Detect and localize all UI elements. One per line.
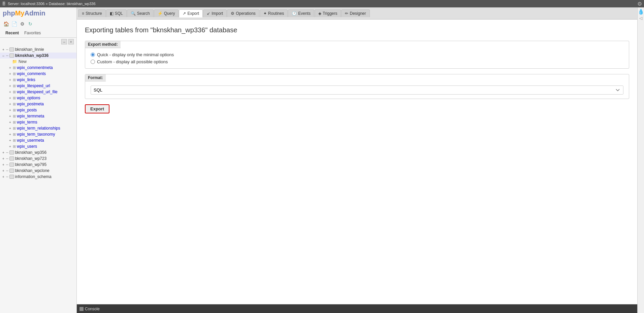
right-panel-drop-icon[interactable]: 💧: [638, 9, 644, 14]
tab-events[interactable]: 🕐 Events: [288, 9, 314, 17]
expand-options-icon[interactable]: +: [8, 96, 12, 100]
db-name-information-schema[interactable]: information_schema: [15, 174, 52, 179]
table-item-postmeta[interactable]: + ⊞ wpix_postmeta: [0, 101, 76, 107]
custom-radio[interactable]: [91, 60, 95, 64]
table-name-commentmeta[interactable]: wpix_commentmeta: [17, 65, 53, 70]
expand-postmeta-icon[interactable]: +: [8, 102, 12, 106]
tab-triggers[interactable]: ◈ Triggers: [315, 9, 341, 17]
table-item-options[interactable]: + ⊞ wpix_options: [0, 95, 76, 101]
table-item-term-relationships[interactable]: + ⊞ wpix_term_relationships: [0, 125, 76, 131]
expand-term-taxonomy-icon[interactable]: +: [8, 132, 12, 136]
expand-linnie-icon[interactable]: +: [1, 47, 5, 51]
db-name-wpclone[interactable]: bknskhan_wpclone: [15, 168, 50, 173]
table-item-term-taxonomy[interactable]: + ⊞ wpix_term_taxonomy: [0, 131, 76, 137]
expand-termmeta-icon[interactable]: +: [8, 114, 12, 118]
table-name-litespeed-url[interactable]: wpix_litespeed_url: [17, 83, 50, 88]
new-label[interactable]: New: [19, 59, 27, 64]
table-name-litespeed-url-file[interactable]: wpix_litespeed_url_file: [17, 90, 58, 94]
tab-query[interactable]: ⚡ Query: [154, 9, 179, 17]
sidebar-tabs: Recent Favorites: [0, 29, 76, 38]
expand-all-btn[interactable]: +: [68, 39, 74, 44]
expand-wp336-icon[interactable]: –: [1, 54, 5, 58]
table-name-posts[interactable]: wpix_posts: [17, 108, 37, 112]
table-item-posts[interactable]: + ⊞ wpix_posts: [0, 107, 76, 113]
doc-icon[interactable]: 📄: [11, 21, 18, 27]
expand-links-icon[interactable]: +: [8, 78, 12, 82]
gear-settings-icon[interactable]: ⚙: [637, 1, 642, 7]
expand-litespeed-url-icon[interactable]: +: [8, 84, 12, 88]
db-item-wp795[interactable]: + – bknskhan_wp795: [0, 162, 76, 168]
db-icon-wp795: –: [6, 162, 8, 167]
home-icon[interactable]: 🏠: [3, 21, 9, 27]
table-item-comments[interactable]: + ⊞ wpix_comments: [0, 71, 76, 77]
tab-import[interactable]: ↙ Import: [203, 9, 227, 17]
table-icon-posts: ⊞: [13, 108, 16, 112]
table-item-users[interactable]: + ⊞ wpix_users: [0, 143, 76, 149]
tab-favorites[interactable]: Favorites: [22, 30, 43, 36]
quick-radio[interactable]: [91, 53, 95, 57]
tab-operations[interactable]: ⚙ Operations: [227, 9, 259, 17]
format-select[interactable]: SQL CSV CSV for MS Excel JSON XML YAML: [91, 85, 623, 95]
table-name-usermeta[interactable]: wpix_usermeta: [17, 138, 44, 143]
db-name-wp723[interactable]: bknskhan_wp723: [15, 156, 46, 161]
export-button[interactable]: Export: [85, 104, 109, 113]
table-name-options[interactable]: wpix_options: [17, 96, 40, 100]
table-name-term-taxonomy[interactable]: wpix_term_taxonomy: [17, 132, 55, 137]
db-name-wp795[interactable]: bknskhan_wp795: [15, 162, 46, 167]
table-name-terms[interactable]: wpix_terms: [17, 120, 37, 125]
tab-search[interactable]: 🔍 Search: [127, 9, 154, 17]
table-name-postmeta[interactable]: wpix_postmeta: [17, 102, 44, 106]
db-name-linnie[interactable]: bknskhan_linnie: [15, 47, 44, 52]
table-item-links[interactable]: + ⊞ wpix_links: [0, 77, 76, 83]
table-name-comments[interactable]: wpix_comments: [17, 71, 46, 76]
expand-usermeta-icon[interactable]: +: [8, 138, 12, 142]
table-name-termmeta[interactable]: wpix_termmeta: [17, 114, 44, 118]
table-name-users[interactable]: wpix_users: [17, 144, 37, 149]
table-name-term-relationships[interactable]: wpix_term_relationships: [17, 126, 60, 131]
quick-option[interactable]: Quick - display only the minimal options: [91, 52, 623, 57]
expand-term-relationships-icon[interactable]: +: [8, 126, 12, 130]
expand-terms-icon[interactable]: +: [8, 120, 12, 124]
right-panel-arrow-icon[interactable]: ◁: [638, 15, 644, 21]
console-button[interactable]: Console: [79, 307, 100, 311]
expand-wp795-icon[interactable]: +: [1, 163, 5, 167]
table-name-links[interactable]: wpix_links: [17, 77, 35, 82]
expand-litespeed-url-file-icon[interactable]: +: [8, 90, 12, 94]
tab-sql[interactable]: ◧ SQL: [106, 9, 127, 17]
tab-designer[interactable]: ✏ Designer: [341, 9, 369, 17]
expand-comments-icon[interactable]: +: [8, 72, 12, 76]
db-item-linnie[interactable]: + – bknskhan_linnie: [0, 46, 76, 53]
table-item-termmeta[interactable]: + ⊞ wpix_termmeta: [0, 113, 76, 119]
table-item-terms[interactable]: + ⊞ wpix_terms: [0, 119, 76, 125]
expand-information-schema-icon[interactable]: +: [1, 175, 5, 179]
db-item-wp336[interactable]: – – bknskhan_wp336: [0, 53, 76, 59]
db-item-wp356[interactable]: + – bknskhan_wp356: [0, 149, 76, 155]
table-item-commentmeta[interactable]: + ⊞ wpix_commentmeta: [0, 65, 76, 71]
refresh-icon[interactable]: ↻: [27, 21, 34, 27]
db-item-wp723[interactable]: + – bknskhan_wp723: [0, 155, 76, 162]
db-item-wpclone[interactable]: + – bknskhan_wpclone: [0, 168, 76, 174]
db-item-information-schema[interactable]: + – information_schema: [0, 174, 76, 180]
tab-structure[interactable]: ≡ Structure: [78, 9, 106, 17]
tab-export[interactable]: ↗ Export: [179, 9, 203, 18]
custom-option[interactable]: Custom - display all possible options: [91, 59, 623, 64]
expand-wp356-icon[interactable]: +: [1, 150, 5, 154]
export-button-wrapper: Export: [85, 104, 629, 113]
expand-commentmeta-icon[interactable]: +: [8, 66, 12, 70]
db-name-wp356[interactable]: bknskhan_wp356: [15, 150, 46, 155]
tab-routines[interactable]: ✦ Routines: [260, 9, 288, 17]
expand-wp723-icon[interactable]: +: [1, 156, 5, 161]
table-item-litespeed-url-file[interactable]: + ⊞ wpix_litespeed_url_file: [0, 89, 76, 95]
expand-posts-icon[interactable]: +: [8, 108, 12, 112]
console-label: Console: [85, 307, 100, 311]
table-icon-termmeta: ⊞: [13, 114, 16, 118]
table-item-litespeed-url[interactable]: + ⊞ wpix_litespeed_url: [0, 83, 76, 89]
db-name-wp336[interactable]: bknskhan_wp336: [15, 53, 49, 58]
new-item[interactable]: 📁 New: [0, 59, 76, 65]
collapse-all-btn[interactable]: –: [61, 39, 67, 44]
expand-users-icon[interactable]: +: [8, 144, 12, 148]
table-item-usermeta[interactable]: + ⊞ wpix_usermeta: [0, 137, 76, 143]
expand-wpclone-icon[interactable]: +: [1, 169, 5, 173]
tab-recent[interactable]: Recent: [3, 30, 22, 36]
settings-icon[interactable]: ⚙: [19, 21, 26, 27]
